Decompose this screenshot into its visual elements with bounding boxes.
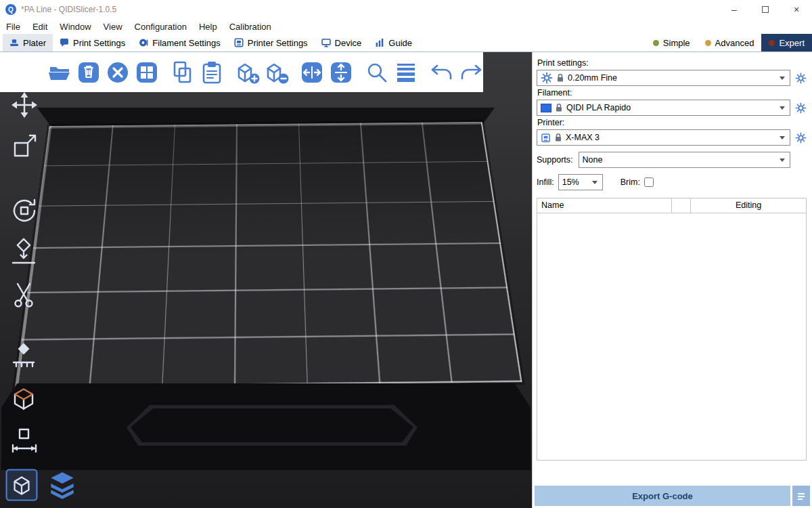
split-to-parts-button[interactable] (329, 59, 353, 86)
search-button[interactable] (365, 59, 389, 86)
editor-3d-cube-icon (5, 469, 38, 501)
menu-edit[interactable]: Edit (26, 20, 53, 33)
column-extruder[interactable] (672, 198, 691, 213)
undo-button[interactable] (430, 59, 454, 86)
menu-file[interactable]: File (0, 20, 26, 33)
device-icon (321, 38, 331, 47)
tab-guide-label: Guide (388, 38, 412, 48)
export-gcode-button[interactable]: Export G-code (535, 486, 790, 506)
viewport-3d[interactable] (0, 52, 532, 508)
bed-shading (17, 123, 520, 386)
app-logo-icon: Q (5, 4, 16, 15)
mode-advanced[interactable]: Advanced (698, 34, 762, 51)
measure-tool-button[interactable] (9, 426, 39, 456)
scale-tool-button[interactable] (9, 132, 39, 162)
editor-view-button[interactable] (5, 469, 38, 504)
mode-expert[interactable]: Expert (761, 34, 812, 51)
column-editing[interactable]: Editing (691, 198, 806, 213)
advanced-mode-dot-icon (705, 40, 711, 46)
paste-icon (200, 60, 224, 85)
menu-configuration[interactable]: Configuration (129, 20, 193, 33)
simple-mode-dot-icon (653, 40, 659, 46)
tab-printer-settings[interactable]: Printer Settings (227, 34, 315, 51)
chevron-down-icon (780, 158, 785, 162)
mode-expert-label: Expert (779, 38, 805, 48)
delete-all-icon (106, 60, 130, 85)
tab-print-settings[interactable]: Print Settings (53, 34, 132, 51)
arrange-button[interactable] (135, 59, 159, 86)
variable-layer-height-button[interactable] (394, 59, 418, 86)
arrange-grid-icon (135, 60, 159, 85)
tab-guide[interactable]: Guide (368, 34, 419, 51)
redo-button[interactable] (459, 59, 483, 86)
printer-gear-button[interactable] (794, 131, 807, 144)
chevron-down-icon (592, 181, 597, 184)
main-area: Print settings: 0.20mm Fine Filament: QI… (0, 52, 812, 508)
copy-button[interactable] (171, 59, 195, 86)
rotate-tool-button[interactable] (9, 196, 39, 226)
title-bar: Q *PA Line - QIDISlicer-1.0.5 – × (0, 0, 812, 19)
export-options-button[interactable] (792, 486, 810, 506)
menu-window[interactable]: Window (53, 20, 97, 33)
tab-printer-settings-label: Printer Settings (248, 38, 308, 48)
tab-device[interactable]: Device (315, 34, 369, 51)
expert-mode-dot-icon (769, 40, 775, 46)
place-on-face-tool-button[interactable] (9, 238, 39, 268)
mode-simple[interactable]: Simple (646, 34, 698, 51)
close-button[interactable]: × (781, 0, 812, 19)
maximize-button[interactable] (750, 0, 781, 19)
tab-plater-label: Plater (23, 38, 46, 48)
paste-button[interactable] (200, 59, 224, 86)
move-tool-button[interactable] (9, 90, 39, 120)
cut-tool-button[interactable] (9, 280, 39, 310)
tab-filament-settings[interactable]: Filament Settings (132, 34, 227, 51)
split-parts-icon (329, 60, 353, 85)
print-settings-value: 0.20mm Fine (568, 73, 776, 83)
filament-combo[interactable]: QIDI PLA Rapido (537, 100, 790, 116)
filament-value: QIDI PLA Rapido (566, 103, 776, 112)
menu-help[interactable]: Help (193, 20, 223, 33)
seam-tool-button[interactable] (9, 384, 39, 414)
export-options-icon (797, 492, 805, 500)
open-project-button[interactable] (47, 59, 72, 86)
lock-icon (555, 103, 563, 112)
remove-instance-button[interactable] (265, 59, 289, 86)
minimize-button[interactable]: – (719, 0, 750, 19)
split-objects-icon (300, 60, 324, 85)
column-name[interactable]: Name (537, 198, 672, 213)
menu-view[interactable]: View (97, 20, 129, 33)
paint-supports-icon (9, 342, 39, 372)
paint-supports-tool-button[interactable] (9, 342, 39, 372)
supports-combo[interactable]: None (579, 152, 790, 168)
tab-plater[interactable]: Plater (3, 34, 53, 51)
object-list[interactable]: Name Editing (537, 198, 807, 461)
menu-calibration[interactable]: Calibration (223, 20, 277, 33)
undo-icon (430, 60, 454, 85)
remove-instance-icon (265, 60, 289, 85)
window-controls: – × (719, 0, 812, 19)
delete-button[interactable] (76, 59, 101, 86)
infill-combo[interactable]: 15% (558, 174, 603, 190)
preview-layers-icon (46, 469, 78, 501)
top-toolbar (0, 52, 483, 92)
plater-icon (9, 38, 19, 47)
trash-icon (76, 60, 101, 85)
filament-gear-button[interactable] (794, 102, 807, 114)
print-settings-gear-button[interactable] (794, 72, 807, 84)
rotate-icon (9, 196, 39, 226)
brim-checkbox[interactable] (644, 177, 654, 187)
supports-label: Supports: (537, 155, 573, 165)
copy-icon (171, 60, 195, 85)
delete-all-button[interactable] (106, 59, 130, 86)
tab-device-label: Device (335, 38, 362, 48)
chevron-down-icon (780, 77, 785, 80)
print-settings-combo[interactable]: 0.20mm Fine (537, 70, 790, 86)
settings-sidebar: Print settings: 0.20mm Fine Filament: QI… (532, 52, 812, 508)
split-to-objects-button[interactable] (300, 59, 324, 86)
filament-label: Filament: (537, 88, 807, 98)
add-instance-button[interactable] (235, 59, 260, 86)
preview-view-button[interactable] (46, 469, 78, 504)
move-icon (9, 90, 39, 120)
printer-combo[interactable]: X-MAX 3 (537, 129, 790, 146)
export-row: Export G-code (535, 486, 810, 506)
